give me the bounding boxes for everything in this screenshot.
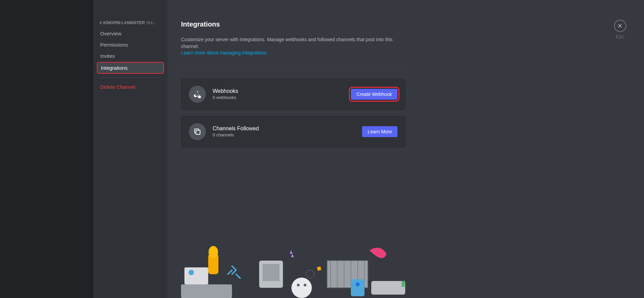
page-title: Integrations bbox=[181, 20, 405, 28]
sidebar-item-invites[interactable]: Invites bbox=[97, 51, 164, 61]
svg-point-7 bbox=[291, 278, 312, 298]
close-button[interactable] bbox=[614, 20, 626, 32]
learn-more-button[interactable]: Learn More bbox=[362, 126, 397, 137]
webhooks-card-body: Webhooks 0 webhooks bbox=[213, 88, 351, 100]
svg-rect-1 bbox=[184, 267, 208, 284]
followed-channels-icon bbox=[189, 123, 206, 140]
content-wrap: Integrations Customize your server with … bbox=[167, 0, 644, 298]
hash-icon: # bbox=[100, 20, 102, 25]
description-text: Customize your server with integrations.… bbox=[181, 37, 393, 49]
webhooks-title: Webhooks bbox=[213, 88, 351, 94]
settings-sidebar: # KINGPIN-LANNISTER TEX... Overview Perm… bbox=[93, 0, 167, 298]
sidebar-item-integrations[interactable]: Integrations bbox=[97, 62, 164, 74]
svg-rect-18 bbox=[351, 279, 364, 296]
channel-name: KINGPIN-LANNISTER bbox=[103, 20, 145, 25]
channel-type: TEX... bbox=[146, 21, 156, 25]
content: Integrations Customize your server with … bbox=[167, 0, 419, 298]
sidebar-item-overview[interactable]: Overview bbox=[97, 28, 164, 39]
channels-followed-card-body: Channels Followed 0 channels bbox=[213, 126, 362, 137]
svg-point-4 bbox=[209, 246, 218, 258]
close-icon bbox=[618, 23, 623, 29]
svg-point-9 bbox=[304, 284, 306, 286]
svg-rect-6 bbox=[263, 264, 280, 281]
create-webhook-button[interactable]: Create Webhook bbox=[351, 89, 397, 100]
close-wrap: ESC bbox=[614, 20, 626, 39]
channel-header: # KINGPIN-LANNISTER TEX... bbox=[97, 20, 164, 28]
close-label: ESC bbox=[616, 35, 625, 39]
learn-more-link[interactable]: Learn more about managing integrations. bbox=[181, 50, 268, 55]
left-gutter bbox=[0, 0, 93, 298]
sidebar-item-permissions[interactable]: Permissions bbox=[97, 39, 164, 50]
webhooks-subtitle: 0 webhooks bbox=[213, 95, 351, 100]
webhook-icon bbox=[189, 86, 206, 103]
sidebar-separator bbox=[100, 78, 161, 78]
channels-followed-card: Channels Followed 0 channels Learn More bbox=[181, 116, 405, 147]
svg-point-8 bbox=[297, 284, 300, 286]
svg-point-20 bbox=[306, 270, 314, 278]
page-description: Customize your server with integrations.… bbox=[181, 36, 405, 56]
sidebar-item-delete-channel[interactable]: Delete Channel bbox=[97, 82, 164, 92]
channels-followed-subtitle: 0 channels bbox=[213, 132, 362, 137]
svg-rect-0 bbox=[181, 284, 232, 298]
svg-point-19 bbox=[356, 282, 360, 286]
webhooks-card: Webhooks 0 webhooks Create Webhook bbox=[181, 79, 405, 110]
integrations-illustration bbox=[181, 240, 412, 298]
channels-followed-title: Channels Followed bbox=[213, 126, 362, 132]
divider bbox=[181, 67, 405, 68]
svg-rect-17 bbox=[371, 281, 405, 295]
svg-point-2 bbox=[189, 270, 194, 275]
app-root: # KINGPIN-LANNISTER TEX... Overview Perm… bbox=[0, 0, 644, 298]
